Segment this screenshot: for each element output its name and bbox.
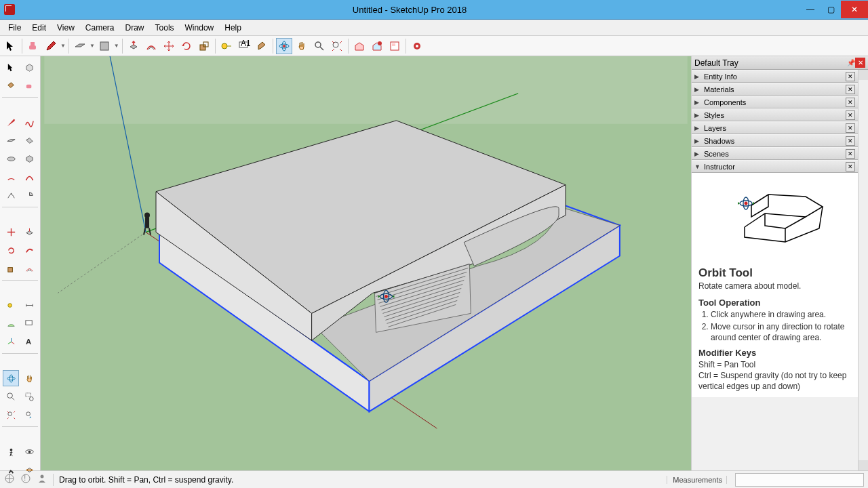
tape-icon[interactable] [218,38,235,54]
previous-icon[interactable] [21,407,37,423]
close-icon[interactable]: ✕ [846,149,855,159]
svg-point-5 [222,43,227,49]
look-around-icon[interactable] [21,443,37,460]
pan-icon[interactable] [294,38,310,54]
measurements-input[interactable] [735,473,864,487]
svg-point-42 [144,213,150,218]
menu-window[interactable]: Window [180,21,220,35]
person-icon[interactable] [37,473,47,486]
eraser-icon[interactable] [25,38,41,54]
panel-layers[interactable]: ▶Layers✕ [692,121,858,134]
close-icon[interactable]: ✕ [846,85,855,94]
panel-scenes[interactable]: ▶Scenes✕ [692,147,858,160]
panel-instructor[interactable]: ▼Instructor✕ [692,160,858,173]
rotated-rect-icon[interactable] [21,132,37,148]
instructor-modifier: Shift = Pan Tool [698,359,851,370]
svg-point-11 [315,42,321,47]
dimension-icon[interactable] [21,297,37,313]
protractor-icon[interactable] [3,315,19,331]
close-icon[interactable]: ✕ [846,136,855,146]
circle-icon[interactable] [3,150,19,167]
menu-draw[interactable]: Draw [120,21,150,35]
line-icon[interactable] [3,114,19,130]
geo-icon[interactable] [4,473,15,486]
move-icon[interactable] [161,38,177,54]
rect-tool-icon[interactable] [3,132,19,148]
orbit-tool-icon[interactable] [3,370,19,386]
warehouse-icon[interactable] [351,38,368,54]
tray-header[interactable]: Default Tray 📌 ✕ [692,56,868,70]
close-button[interactable]: ✕ [841,1,868,18]
select-tool-icon[interactable] [3,38,19,54]
menu-tools[interactable]: Tools [150,21,180,35]
close-icon[interactable]: ✕ [846,98,855,107]
arc-icon[interactable] [3,169,19,185]
panel-shadows[interactable]: ▶Shadows✕ [692,134,858,147]
paint-bucket-icon[interactable] [3,77,19,94]
zoom-icon[interactable] [311,38,328,54]
3dtext-icon[interactable]: A [21,333,37,350]
eraser-tool-icon[interactable] [21,77,37,94]
zoom-window-icon[interactable] [21,388,37,405]
panel-styles[interactable]: ▶Styles✕ [692,108,858,121]
text-icon[interactable]: A1 [236,38,252,54]
zoom-extents-icon[interactable] [329,38,345,54]
zoom-extents-tool-icon[interactable] [3,407,19,423]
axes-icon[interactable] [3,333,19,350]
polygon-icon[interactable] [21,150,37,167]
credits-icon[interactable]: ! [20,473,31,486]
drawing-area[interactable] [41,56,692,470]
select-icon[interactable] [3,59,19,75]
rotate-tool-icon[interactable] [3,242,19,258]
paint-icon[interactable] [254,38,270,54]
svg-rect-25 [25,320,31,325]
text-tool-icon[interactable] [21,315,37,331]
position-camera-icon[interactable] [3,443,19,460]
zoom-tool-icon[interactable] [3,388,19,405]
2pt-arc-icon[interactable] [21,169,37,185]
svg-point-31 [29,396,33,401]
tray-close-icon[interactable]: ✕ [855,58,865,68]
panel-entity-info[interactable]: ▶Entity Info✕ [692,70,858,83]
close-icon[interactable]: ✕ [846,123,855,133]
svg-rect-37 [44,56,687,124]
measurements-label: Measurements [667,476,727,484]
3pt-arc-icon[interactable] [3,187,19,203]
pie-icon[interactable] [21,187,37,203]
menu-camera[interactable]: Camera [80,21,120,35]
pan-tool-icon[interactable] [21,370,37,386]
ext-warehouse-icon[interactable] [369,38,385,54]
shapes-icon[interactable] [96,38,113,54]
offset-tool-icon[interactable] [21,260,37,277]
extension-manager-icon[interactable] [409,38,425,54]
pushpull-tool-icon[interactable] [21,224,37,240]
scale-tool-icon[interactable] [3,260,19,277]
close-icon[interactable]: ✕ [846,162,855,171]
pushpull-icon[interactable] [125,38,142,54]
menu-view[interactable]: View [52,21,80,35]
orbit-icon[interactable] [276,38,292,54]
close-icon[interactable]: ✕ [846,72,855,81]
layout-icon[interactable] [387,38,403,54]
svg-point-19 [7,157,14,161]
panel-materials[interactable]: ▶Materials✕ [692,83,858,96]
menu-file[interactable]: File [3,21,26,35]
maximize-button[interactable]: ▢ [821,2,841,17]
rotate-icon[interactable] [178,38,195,54]
minimize-button[interactable]: — [800,2,821,17]
pencil-icon[interactable] [43,38,59,54]
offset-icon[interactable] [143,38,159,54]
scale-icon[interactable] [196,38,212,54]
panel-components[interactable]: ▶Components✕ [692,96,858,108]
followme-icon[interactable] [21,242,37,258]
make-component-icon[interactable] [21,59,37,75]
move-tool-icon[interactable] [3,224,19,240]
freehand-icon[interactable] [21,114,37,130]
tray-scrollbar[interactable] [858,70,868,470]
pin-icon[interactable]: 📌 [847,59,855,66]
rectangle-icon[interactable] [72,38,88,54]
menu-help[interactable]: Help [219,21,247,35]
menu-edit[interactable]: Edit [26,21,52,35]
tape-tool-icon[interactable] [3,297,19,313]
close-icon[interactable]: ✕ [846,110,855,120]
